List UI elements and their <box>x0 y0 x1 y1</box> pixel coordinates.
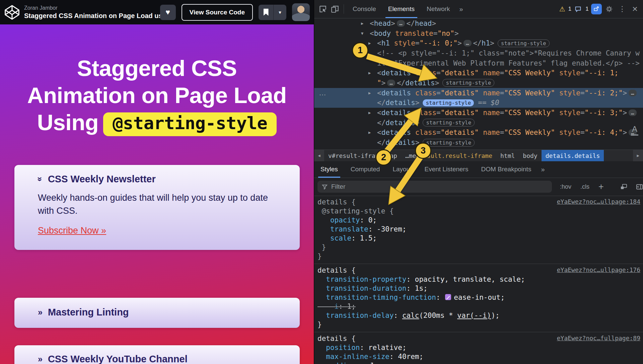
kebab-menu-icon[interactable]: ⋮ <box>617 5 628 13</box>
tab-elements[interactable]: Elements <box>382 0 421 18</box>
tab-styles[interactable]: Styles <box>314 161 344 178</box>
bookmark-icon <box>264 9 269 16</box>
close-icon[interactable]: × <box>630 4 640 14</box>
toolbar-right: ⚠ 1 1 ⋮ × <box>559 3 643 15</box>
css-declaration[interactable]: } <box>314 252 643 261</box>
tree-row[interactable]: </details>starting-style <box>314 118 643 128</box>
tree-row[interactable]: ▶<details class="details" name="CSS Week… <box>314 128 643 138</box>
tree-row[interactable]: ▶<details class="details" name="CSS Week… <box>314 68 643 78</box>
inspect-icon[interactable] <box>317 3 329 15</box>
tab-event-listeners[interactable]: Event Listeners <box>418 161 475 178</box>
device-toolbar-icon[interactable] <box>329 3 341 15</box>
tree-row[interactable]: ▶<details class="details" name="CSS Week… <box>314 108 643 118</box>
tree-row[interactable]: ▼<body translate="no"> <box>314 28 643 38</box>
warning-icon[interactable]: ⚠ <box>559 5 565 13</box>
chevron-down-icon: ▾ <box>279 9 281 15</box>
breadcrumb-item[interactable]: body <box>519 150 541 161</box>
tree-row[interactable]: ▶<head>…</head> <box>314 18 643 28</box>
header-actions: ♥ View Source Code ▾ <box>160 3 310 21</box>
annotation-badge-2: 2 <box>375 149 392 166</box>
expand-arrow-icon[interactable]: ▶ <box>368 91 377 95</box>
bookmark-button[interactable] <box>259 5 273 20</box>
devtools-tabs: ConsoleElementsNetwork <box>347 0 456 18</box>
bezier-icon[interactable] <box>445 294 451 300</box>
css-declaration[interactable]: transition-delay: calc(200ms * var(--i))… <box>314 311 643 320</box>
tab-dom-breakpoints[interactable]: DOM Breakpoints <box>475 161 538 178</box>
source-link[interactable]: eYaEwez?noc…ullpage:176 <box>557 266 640 273</box>
dom-tree: ▶<head>…</head>▼<body translate="no">▶<h… <box>314 18 643 150</box>
breadcrumb-scroll-right-icon[interactable]: ▶ <box>633 150 643 161</box>
issues-count: 1 <box>585 6 588 12</box>
issues-icon[interactable] <box>574 3 582 15</box>
youtube-summary[interactable]: » CSS Weekly YouTube Channel <box>38 354 286 364</box>
font-editor-icon[interactable]: A <box>631 124 638 135</box>
subscribe-link[interactable]: Subscribe Now » <box>38 225 106 236</box>
css-declaration[interactable]: } <box>314 320 643 329</box>
expand-arrow-icon[interactable]: ▶ <box>368 41 377 46</box>
newsletter-card: » CSS Weekly Newsletter Weekly hands-on … <box>14 165 300 250</box>
tab-layout[interactable]: Layout <box>386 161 418 178</box>
css-declaration[interactable]: --i: 1; <box>314 302 643 311</box>
codepen-logo-icon[interactable] <box>3 4 21 21</box>
css-declaration[interactable]: position: relative; <box>314 343 643 352</box>
tab-network[interactable]: Network <box>421 0 456 18</box>
css-rule: eYaEwez?noc…ullpage:176details { transit… <box>314 264 643 332</box>
css-declaration[interactable]: max-inline-size: 40rem; <box>314 352 643 361</box>
annotation-badge-3: 3 <box>415 143 431 159</box>
filter-input[interactable]: Filter <box>317 181 552 193</box>
breadcrumb-item[interactable]: html <box>496 150 519 161</box>
newsletter-body: Weekly hands-on guides that will help yo… <box>38 191 269 217</box>
more-actions-icon[interactable]: … <box>319 88 326 98</box>
gear-icon[interactable] <box>604 3 614 15</box>
css-declaration[interactable]: } <box>314 243 643 252</box>
filter-placeholder: Filter <box>331 183 345 190</box>
breadcrumb-item[interactable]: details.details <box>542 150 604 161</box>
expand-arrow-icon[interactable]: ▶ <box>368 71 377 75</box>
tree-row[interactable]: </details>starting-style== $0 <box>314 98 643 108</box>
view-source-button[interactable]: View Source Code <box>182 4 253 21</box>
youtube-card: » CSS Weekly YouTube Channel <box>14 345 300 364</box>
css-declaration[interactable]: opacity: 0; <box>314 216 643 225</box>
funnel-icon <box>322 184 328 190</box>
hero-line-1: Staggered CSS <box>0 55 314 82</box>
like-button[interactable]: ♥ <box>160 5 176 20</box>
heart-icon: ♥ <box>165 8 170 16</box>
expand-arrow-icon[interactable]: ▶ <box>368 130 377 135</box>
tree-row[interactable]: ▶<details class="details" name="CSS Week… <box>314 88 643 98</box>
screenshot-stage: Zoran Jambor Staggered CSS Animation on … <box>0 0 643 364</box>
new-rule-button[interactable]: + <box>598 182 604 191</box>
source-link[interactable]: eYaEwez?noc…fullpage:89 <box>557 335 640 342</box>
css-declaration[interactable]: translate: -30rem; <box>314 225 643 234</box>
avatar[interactable] <box>292 3 310 21</box>
warning-count: 1 <box>568 6 571 12</box>
css-declaration[interactable]: scale: 1.5; <box>314 234 643 243</box>
expand-arrow-icon[interactable]: ▼ <box>361 31 370 36</box>
css-rule: eYaEwez?noc…ullpage:184details { @starti… <box>314 196 643 264</box>
newsletter-summary[interactable]: » CSS Weekly Newsletter <box>38 174 286 185</box>
sidebar-toggle-icon[interactable] <box>636 183 643 191</box>
annotation-badge-1: 1 <box>352 42 368 59</box>
devtools-blue-icon[interactable] <box>591 4 602 14</box>
css-rule: eYaEwez?noc…fullpage:89details { positio… <box>314 332 643 364</box>
bookmark-menu-button[interactable]: ▾ <box>274 5 286 20</box>
expand-arrow-icon[interactable]: ▶ <box>361 21 370 26</box>
tree-row[interactable]: </details>starting-style <box>314 138 643 148</box>
tree-row[interactable]: ith "Experimental Web Platform Features"… <box>314 58 643 68</box>
source-link[interactable]: eYaEwez?noc…ullpage:184 <box>557 198 640 205</box>
css-declaration[interactable]: @starting-style { <box>314 207 643 216</box>
pseudo-state-toggle[interactable]: :hov <box>560 183 571 190</box>
css-declaration[interactable]: padding: ▸ 1rem; <box>314 361 643 364</box>
css-declaration[interactable]: transition-property: opacity, translate,… <box>314 275 643 284</box>
expand-arrow-icon[interactable]: ▶ <box>368 110 377 115</box>
css-declaration[interactable]: transition-duration: 1s; <box>314 284 643 293</box>
more-tabs-icon[interactable]: » <box>538 166 548 173</box>
css-declaration[interactable]: transition-timing-function: ease-in-out; <box>314 293 643 302</box>
linting-summary[interactable]: » Mastering Linting <box>38 307 286 318</box>
breadcrumb-scroll-left-icon[interactable]: ◀ <box>314 150 324 161</box>
rendering-emulation-icon[interactable] <box>620 183 628 191</box>
more-tabs-icon[interactable]: » <box>456 5 467 13</box>
hero-line-3: Using@starting-style <box>0 109 314 136</box>
tree-row[interactable]: ">…</details>starting-style <box>314 78 643 88</box>
class-toggle[interactable]: .cls <box>580 183 589 190</box>
tab-console[interactable]: Console <box>347 0 382 18</box>
